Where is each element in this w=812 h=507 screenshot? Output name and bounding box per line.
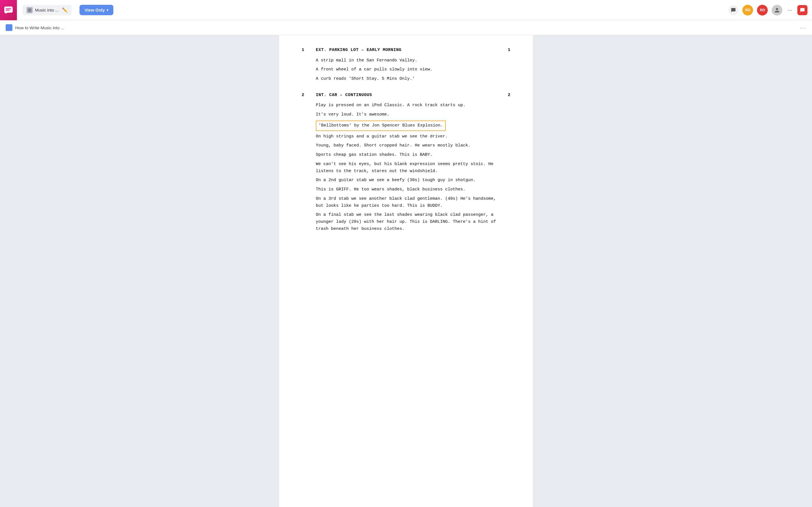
scene-2-after-line-1: On high strings and a guitar stab we see… bbox=[316, 133, 496, 140]
scene-2-heading-row: 2 INT. CAR – CONTINUOUS 2 bbox=[302, 92, 510, 99]
notification-button[interactable] bbox=[797, 5, 808, 15]
view-only-button[interactable]: View Only ▾ bbox=[80, 5, 113, 15]
app-logo[interactable] bbox=[0, 0, 17, 20]
scene-2-after-line-3: Sports cheap gas station shades. This is… bbox=[316, 152, 496, 159]
comment-icon bbox=[731, 8, 736, 13]
breadcrumb-bar: How to Write Music into ... ··· bbox=[0, 20, 812, 35]
svg-rect-5 bbox=[28, 8, 31, 12]
breadcrumb-text: How to Write Music into ... bbox=[15, 25, 64, 30]
topbar: Music into ... ✏️ View Only ▾ RD RD ··· bbox=[0, 0, 812, 20]
doc-tab-title: Music into ... bbox=[35, 8, 59, 12]
scene-1-line-3: A curb reads 'Short Stay. 5 Mins Only.' bbox=[316, 75, 496, 82]
main-content: 1 EXT. PARKING LOT – EARLY MORNING 1 A s… bbox=[0, 35, 812, 507]
avatar-rd-orange[interactable]: RD bbox=[742, 5, 753, 15]
scene-2-line-1: Play is pressed on an iPod Classic. A ro… bbox=[316, 102, 496, 109]
highlighted-bellbottoms-line: 'Bellbottoms' by the Jon Spencer Blues E… bbox=[316, 121, 446, 131]
breadcrumb-doc-icon bbox=[6, 24, 12, 31]
doc-container: 1 EXT. PARKING LOT – EARLY MORNING 1 A s… bbox=[279, 35, 533, 507]
scene-2-after-line-5: On a 2nd guitar stab we see a beefy (30s… bbox=[316, 177, 496, 184]
scene-2-after-line-6: This is GRIFF. He too wears shades, blac… bbox=[316, 186, 496, 193]
breadcrumb-more-button[interactable]: ··· bbox=[800, 24, 806, 31]
scene-2-action: Play is pressed on an iPod Classic. A ro… bbox=[302, 102, 510, 232]
scene-1-heading-row: 1 EXT. PARKING LOT – EARLY MORNING 1 bbox=[302, 47, 510, 54]
file-icon bbox=[28, 8, 32, 12]
scene-2-after-line-7: On a 3rd stab we see another black clad … bbox=[316, 195, 496, 210]
scene-2-line-2: It's very loud. It's awesome. bbox=[316, 111, 496, 118]
scene-2-after-line-8: On a final stab we see the last shades w… bbox=[316, 212, 496, 232]
scene-2-after-line-4: We can't see his eyes, but his blank exp… bbox=[316, 161, 496, 175]
scene-2-number-left: 2 bbox=[302, 92, 316, 99]
notification-icon bbox=[800, 8, 805, 13]
chevron-down-icon: ▾ bbox=[107, 8, 108, 12]
comment-icon-button[interactable] bbox=[728, 5, 739, 15]
scene-1-action: A strip mall in the San Fernando Valley.… bbox=[302, 57, 510, 82]
scene-2-number-right: 2 bbox=[496, 92, 510, 99]
doc-tab-icon bbox=[27, 7, 33, 13]
script-content: 1 EXT. PARKING LOT – EARLY MORNING 1 A s… bbox=[302, 47, 510, 233]
user-icon bbox=[774, 7, 780, 13]
more-options-button[interactable]: ··· bbox=[786, 6, 794, 14]
avatar-rd-red[interactable]: RD bbox=[757, 5, 768, 15]
avatar-user[interactable] bbox=[772, 5, 782, 15]
scene-2-heading: INT. CAR – CONTINUOUS bbox=[316, 92, 496, 99]
scene-1-number-left: 1 bbox=[302, 47, 316, 54]
svg-rect-0 bbox=[4, 7, 12, 12]
scene-1-heading: EXT. PARKING LOT – EARLY MORNING bbox=[316, 47, 496, 54]
chat-icon bbox=[4, 6, 13, 15]
edit-icon[interactable]: ✏️ bbox=[62, 7, 68, 13]
scene-2: 2 INT. CAR – CONTINUOUS 2 Play is presse… bbox=[302, 92, 510, 233]
scene-1-line-2: A front wheel of a car pulls slowly into… bbox=[316, 66, 496, 73]
doc-tab[interactable]: Music into ... ✏️ bbox=[22, 5, 71, 15]
scene-1: 1 EXT. PARKING LOT – EARLY MORNING 1 A s… bbox=[302, 47, 510, 82]
scene-1-number-right: 1 bbox=[496, 47, 510, 54]
topbar-right: RD RD ··· bbox=[728, 5, 808, 15]
view-only-label: View Only bbox=[85, 8, 105, 12]
scene-1-line-1: A strip mall in the San Fernando Valley. bbox=[316, 57, 496, 64]
scene-2-after-line-2: Young, baby faced. Short cropped hair. H… bbox=[316, 142, 496, 149]
